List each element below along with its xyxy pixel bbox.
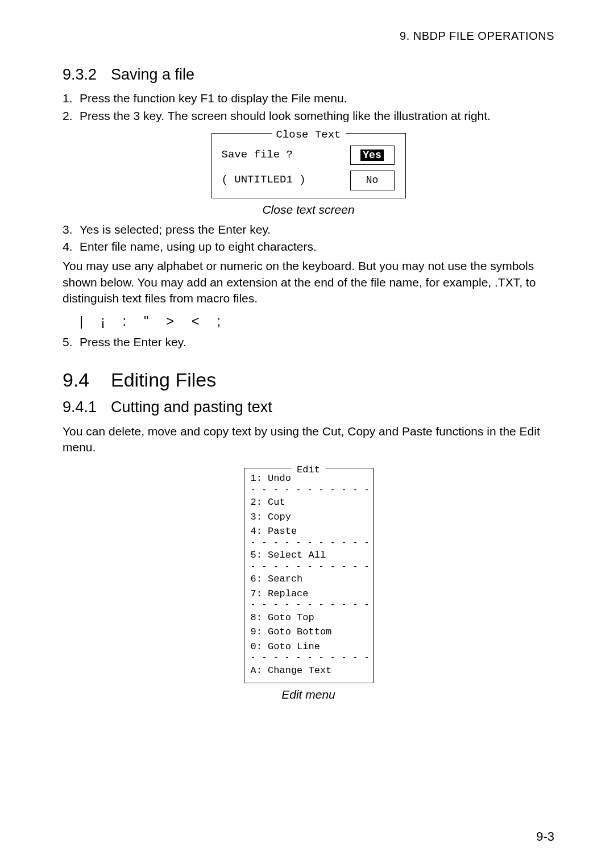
menu-item[interactable]: 2: Cut (251, 495, 368, 510)
menu-separator: - - - - - - - - - - - - - - - - - - - - … (251, 601, 368, 610)
step-text: Press the Enter key. (80, 334, 554, 350)
step-number: 5. (63, 334, 80, 350)
page: 9. NBDP FILE OPERATIONS 9.3.2Saving a fi… (0, 0, 614, 868)
menu-item[interactable]: 3: Copy (251, 510, 368, 525)
menu-item[interactable]: 7: Replace (251, 587, 368, 601)
step-item: 1. Press the function key F1 to display … (63, 90, 554, 106)
page-number: 9-3 (536, 828, 554, 845)
menu-separator: - - - - - - - - - - - - - - - - - - - - … (251, 486, 368, 496)
step-text: Press the 3 key. The screen should look … (80, 108, 554, 124)
step-text: Enter file name, using up to eight chara… (80, 239, 554, 255)
heading-number: 9.3.2 (63, 64, 111, 85)
menu-item[interactable]: 6: Search (251, 572, 368, 587)
edit-menu-figure: Edit 1: Undo- - - - - - - - - - - - - - … (244, 463, 374, 683)
dialog-text: Save file ? ( UNTITLED1 ) (219, 146, 350, 190)
paragraph-filename-note: You may use any alphabet or numeric on t… (63, 258, 554, 306)
step-item: 3. Yes is selected; press the Enter key. (63, 222, 554, 238)
step-number: 1. (63, 90, 80, 106)
close-text-dialog: Close Text Save file ? ( UNTITLED1 ) Yes… (211, 128, 406, 198)
menu-body: 1: Undo- - - - - - - - - - - - - - - - -… (251, 471, 368, 678)
menu-item[interactable]: 0: Goto Line (251, 639, 368, 654)
untitled-label: ( UNTITLED1 ) (222, 173, 350, 188)
menu-item[interactable]: 9: Goto Bottom (251, 625, 368, 639)
menu-item[interactable]: 5: Select All (251, 548, 368, 563)
menu-item[interactable]: 4: Paste (251, 524, 368, 539)
running-header: 9. NBDP FILE OPERATIONS (63, 28, 554, 44)
paragraph-edit-intro: You can delete, move and copy text by us… (63, 423, 554, 456)
menu-item[interactable]: 8: Goto Top (251, 610, 368, 625)
heading-title: Editing Files (111, 369, 216, 391)
menu-title: Edit (291, 463, 326, 477)
yes-label: Yes (360, 149, 383, 161)
heading-9-4-1: 9.4.1Cutting and pasting text (63, 397, 554, 417)
dialog-body: Save file ? ( UNTITLED1 ) Yes No (219, 146, 398, 190)
dialog-options: Yes No (350, 146, 398, 190)
no-label: No (366, 175, 379, 186)
heading-number: 9.4 (63, 367, 111, 393)
step-text: Yes is selected; press the Enter key. (80, 222, 554, 238)
heading-title: Cutting and pasting text (111, 398, 272, 416)
step-number: 2. (63, 108, 80, 124)
step-item: 2. Press the 3 key. The screen should lo… (63, 108, 554, 124)
menu-item[interactable]: A: Change Text (251, 663, 368, 678)
yes-button[interactable]: Yes (350, 146, 395, 165)
steps-list-2: 3. Yes is selected; press the Enter key.… (63, 222, 554, 255)
step-text: Press the function key F1 to display the… (80, 90, 554, 106)
heading-title: Saving a file (111, 66, 194, 83)
dialog-title: Close Text (271, 128, 345, 143)
steps-list-1: 1. Press the function key F1 to display … (63, 90, 554, 124)
heading-number: 9.4.1 (63, 397, 111, 417)
step-item: 5. Press the Enter key. (63, 334, 554, 350)
forbidden-symbols: | ¡ : " > < ; (80, 312, 554, 330)
steps-list-3: 5. Press the Enter key. (63, 334, 554, 350)
no-button[interactable]: No (350, 171, 395, 190)
menu-separator: - - - - - - - - - - - - - - - - - - - - … (251, 563, 368, 572)
edit-menu-caption: Edit menu (63, 687, 554, 703)
step-number: 3. (63, 222, 80, 238)
menu-separator: - - - - - - - - - - - - - - - - - - - - … (251, 654, 368, 663)
heading-9-4: 9.4Editing Files (63, 367, 554, 393)
step-item: 4. Enter file name, using up to eight ch… (63, 239, 554, 255)
close-text-caption: Close text screen (63, 202, 554, 218)
step-number: 4. (63, 239, 80, 255)
save-file-label: Save file ? (222, 148, 350, 163)
menu-separator: - - - - - - - - - - - - - - - - - - - - … (251, 539, 368, 549)
heading-9-3-2: 9.3.2Saving a file (63, 64, 554, 85)
